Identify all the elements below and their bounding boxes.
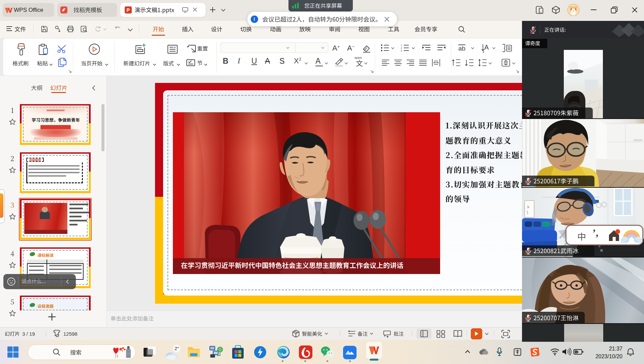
svg-text:1: 1 (401, 44, 402, 47)
svg-text:P: P (127, 7, 130, 13)
svg-text:2: 2 (401, 47, 402, 49)
svg-text:2°: 2° (175, 346, 179, 351)
svg-text:A: A (484, 43, 489, 51)
svg-text:3: 3 (401, 50, 402, 52)
